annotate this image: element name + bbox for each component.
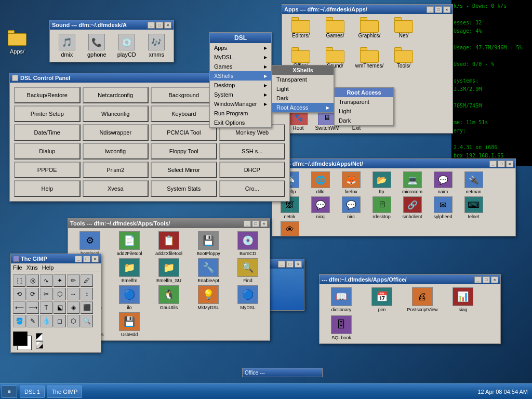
- gimp-tool-magic[interactable]: ✦: [54, 274, 66, 287]
- btn-help[interactable]: Help: [14, 180, 81, 197]
- apps-maximize-btn[interactable]: □: [435, 6, 442, 13]
- tools-close[interactable]: ×: [260, 220, 268, 227]
- btn-wlanconfig[interactable]: Wlanconfig: [83, 105, 149, 122]
- mini-net-min[interactable]: _: [278, 261, 285, 268]
- net-dillo[interactable]: 🌐 dillo: [306, 171, 335, 194]
- gimp-tool-grad[interactable]: ◈: [67, 301, 79, 314]
- tool-mkmydsl[interactable]: 💡 MkMyDSL: [190, 285, 227, 310]
- gimp-swap-colors[interactable]: [36, 341, 43, 349]
- gimp-tool-crop[interactable]: ✂: [40, 288, 52, 300]
- folder-wmthemes[interactable]: wmThemes/: [354, 47, 385, 74]
- tool-add2filetool[interactable]: 📄 add2Filetool: [111, 231, 148, 256]
- btn-pcmcia[interactable]: PCMCIA Tool: [151, 124, 217, 141]
- gimp-tool-flipv[interactable]: ↕: [81, 288, 93, 300]
- apps-minimize-btn[interactable]: _: [427, 6, 434, 13]
- sound-titlebar[interactable]: Sound --- dfm:~/.dfmdesk/A _ □ ×: [50, 20, 174, 30]
- menu-item-games[interactable]: Games ▶: [210, 62, 271, 71]
- gimp-max[interactable]: □: [83, 256, 90, 262]
- menu-item-mydsl[interactable]: MyDSL ▶: [210, 52, 271, 62]
- menu-item-system[interactable]: System ▶: [210, 90, 271, 99]
- tool-emelfm-su[interactable]: 📁 Emelfm_SU: [150, 258, 188, 283]
- sound-close-btn[interactable]: ×: [164, 22, 171, 29]
- tool-bootfloppy[interactable]: 💾 BootFloppy: [190, 231, 227, 256]
- folder-editors[interactable]: Editors/: [285, 17, 316, 44]
- sound-minimize-btn[interactable]: _: [148, 22, 155, 29]
- gimp-tool-movel[interactable]: ⟵: [13, 301, 25, 314]
- office-max[interactable]: □: [483, 276, 490, 283]
- folder-net[interactable]: Net/: [388, 17, 419, 44]
- sound-maximize-btn[interactable]: □: [156, 22, 163, 29]
- btn-datetime[interactable]: Date/Time: [14, 124, 81, 141]
- office-sqlbook[interactable]: 🗄 SQLbook: [323, 315, 360, 340]
- tool-add2xfiletool[interactable]: 📋 add2Xfiletool: [150, 231, 188, 256]
- office-close[interactable]: ×: [491, 276, 498, 283]
- office-titlebar[interactable]: --- dfm:~/.dfmdesk/Apps/Office/ _ □ ×: [320, 275, 500, 284]
- gimp-tool-redo[interactable]: ⟳: [26, 288, 39, 300]
- btn-lwconfig[interactable]: lwconfig: [83, 143, 149, 159]
- gimp-tool-zoom[interactable]: 🔍: [81, 315, 93, 327]
- gimp-tool-rect[interactable]: ⬚: [13, 274, 25, 287]
- root-light[interactable]: Light: [335, 107, 393, 116]
- net-titlebar[interactable]: Net --- dfm:~/.dfmdesk/Apps/Net/ _ □ ×: [272, 159, 515, 168]
- tool-usbhdd[interactable]: 💾 UsbHdd: [111, 312, 148, 337]
- gimp-reset-colors[interactable]: [36, 333, 43, 340]
- gimp-tool-fliph[interactable]: ↔: [67, 288, 79, 300]
- menu-item-apps[interactable]: Apps ▶: [210, 43, 271, 52]
- tools-minimize[interactable]: _: [244, 220, 251, 227]
- tool-burncd[interactable]: 💿 BurnCD: [229, 231, 267, 256]
- gimp-tool-rect2[interactable]: ⬛: [81, 301, 93, 314]
- office-dictionary[interactable]: 📖 dictionary: [323, 287, 360, 312]
- tool-emelfm[interactable]: 📁 Emelfm: [111, 258, 148, 283]
- btn-floppy-tool[interactable]: Floppy Tool: [151, 143, 217, 159]
- btn-printer-setup[interactable]: Printer Setup: [14, 105, 81, 122]
- office-postscript[interactable]: 🖨 PostscriptView: [404, 287, 441, 312]
- net-nirc[interactable]: 💬 nirc: [337, 196, 365, 219]
- gimp-help-menu[interactable]: Help: [42, 264, 54, 271]
- btn-select-mirror[interactable]: Select Mirror: [151, 162, 217, 178]
- sound-app-gphone[interactable]: 📞 gphone: [84, 34, 110, 58]
- menu-item-windowmanager[interactable]: WindowManager ▶: [210, 99, 271, 109]
- net-sylpheed[interactable]: ✉ sylpheed: [429, 196, 457, 219]
- xshells-root-access[interactable]: Root Access ▶: [272, 103, 334, 112]
- sound-app-playcd[interactable]: 💿 playCD: [114, 34, 140, 58]
- mini-office-titlebar[interactable]: Office ---: [242, 368, 323, 377]
- menu-item-xshells[interactable]: XShells ▶: [210, 71, 271, 81]
- btn-backup-restore[interactable]: Backup/Restore: [14, 87, 81, 103]
- btn-keyboard[interactable]: Keyboard: [151, 105, 217, 122]
- net-maximize[interactable]: □: [498, 161, 505, 167]
- net-vncviewer[interactable]: 👁 vncviewer: [275, 221, 304, 236]
- net-close[interactable]: ×: [506, 161, 513, 167]
- gimp-tool-paint[interactable]: 🖊: [81, 274, 93, 287]
- gimp-tool-lasso[interactable]: ∿: [40, 274, 52, 287]
- xshells-transparent[interactable]: Transparent: [272, 75, 334, 84]
- gimp-fg-swatch[interactable]: [13, 331, 28, 346]
- xshells-dark[interactable]: Dark: [272, 94, 334, 103]
- tool-enableapt[interactable]: 🔧 EnableApt: [190, 258, 227, 283]
- gimp-titlebar[interactable]: The GIMP _ □ ×: [11, 254, 101, 263]
- net-nicq[interactable]: 💬 nicq: [306, 196, 335, 219]
- office-pim[interactable]: 📅 pim: [363, 287, 401, 312]
- btn-dhcp[interactable]: DHCP: [219, 162, 286, 178]
- btn-ssh[interactable]: SSH s...: [219, 143, 286, 159]
- folder-tools[interactable]: Tools/: [388, 47, 419, 74]
- net-microcom[interactable]: 💻 microcom: [398, 171, 427, 194]
- gimp-tool-fill[interactable]: ⬕: [54, 301, 66, 314]
- sound-app-dmix[interactable]: 🎵 dmix: [54, 34, 80, 58]
- desktop-icon-apps[interactable]: Apps/: [2, 29, 33, 55]
- btn-cro[interactable]: Cro...: [219, 180, 286, 197]
- tool-find[interactable]: 🔍 Find: [229, 258, 267, 283]
- btn-xvesa[interactable]: Xvesa: [83, 180, 149, 197]
- menu-item-exit[interactable]: Exit Options: [210, 118, 271, 127]
- office-siag[interactable]: 📊 siag: [444, 287, 482, 312]
- tools-titlebar[interactable]: Tools --- dfm:~/.dfmdesk/Apps/Tools/ _ □…: [68, 219, 270, 228]
- taskbar-dsl1[interactable]: DSL 1: [20, 385, 45, 398]
- gimp-min[interactable]: _: [75, 256, 82, 262]
- tool-gnuutils[interactable]: 🐧 GnuUtils: [150, 285, 188, 310]
- net-naim[interactable]: 💬 naim: [429, 171, 457, 194]
- gimp-xtns-menu[interactable]: Xtns: [26, 264, 38, 271]
- gimp-tool-text[interactable]: T: [40, 301, 52, 314]
- menu-item-desktop[interactable]: Desktop ▶: [210, 81, 271, 90]
- btn-dialup[interactable]: Dialup: [14, 143, 81, 159]
- menu-item-run[interactable]: Run Program: [210, 109, 271, 118]
- net-firefox[interactable]: 🦊 firefox: [337, 171, 365, 194]
